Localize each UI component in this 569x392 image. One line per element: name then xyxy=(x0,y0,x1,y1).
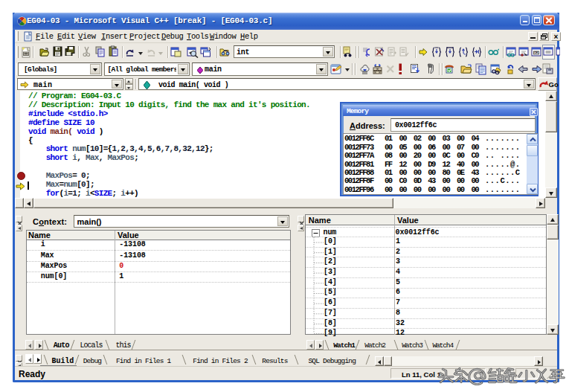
svg-text:OK: OK xyxy=(534,51,539,54)
